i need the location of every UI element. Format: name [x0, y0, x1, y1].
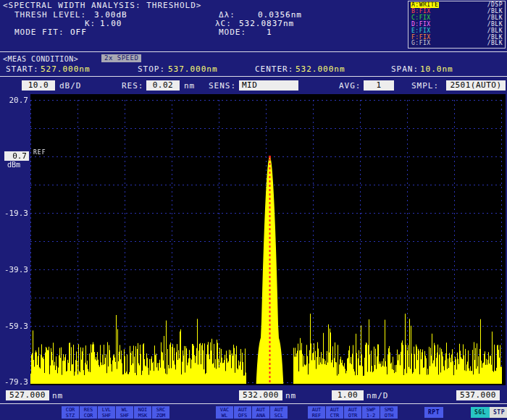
mode-fit-value[interactable]: OFF	[70, 28, 87, 37]
softkey-aut-scl[interactable]: AUTSCL	[270, 406, 288, 419]
y-axis-label: -79.3	[1, 377, 28, 387]
x-center-field[interactable]: 532.000	[239, 390, 282, 400]
res-field[interactable]: 0.02	[146, 80, 180, 91]
avg-field[interactable]: 1	[364, 80, 394, 91]
softkey-src-zom[interactable]: SRCZOM	[152, 406, 169, 419]
spectrum-canvas	[30, 94, 506, 385]
runkey-sgl[interactable]: SGL	[471, 407, 490, 418]
divider-bottom	[0, 403, 507, 404]
level-scale-unit: dB/D	[59, 82, 82, 91]
softkey-cor-stz[interactable]: CORSTZ	[62, 406, 79, 419]
softkey-vac-wl[interactable]: VACWL	[216, 406, 233, 419]
softkey-aut-ana[interactable]: AUTANA	[252, 406, 269, 419]
meas-field-label: STOP:	[138, 65, 165, 74]
smpl-label: SMPL:	[411, 82, 439, 91]
softkey-lvl-shf[interactable]: LVLSHF	[98, 406, 115, 419]
softkey-noi-msk[interactable]: NOIMSK	[134, 406, 151, 419]
res-label: RES:	[122, 82, 144, 91]
trace-name-label: B:FIX	[411, 9, 432, 14]
meas-field-label: CENTER:	[255, 65, 293, 74]
sens-label: SENS:	[209, 82, 236, 91]
meas-field-value[interactable]: 527.000nm	[41, 65, 91, 74]
avg-label: AVG:	[339, 82, 361, 91]
y-axis-label: -39.3	[1, 265, 28, 274]
trace-row-a[interactable]: A:WRITE/DSP	[411, 2, 503, 8]
trace-table: A:WRITE/DSPB:FIX/BLKC:FIX/BLKD:FIX/BLKE:…	[408, 1, 506, 49]
meas-field-label: START:	[6, 65, 39, 74]
ref-tag: REF	[33, 149, 46, 156]
x-scale-unit: nm/D	[366, 392, 389, 400]
trace-row-c[interactable]: C:FIX/BLK	[411, 15, 503, 21]
mode-fit-label: MODE FIT:	[14, 28, 64, 37]
y-axis-label: 0.7	[4, 151, 29, 161]
trace-row-b[interactable]: B:FIX/BLK	[411, 9, 503, 14]
meas-field-label: SPAN:	[391, 65, 419, 74]
x-start-field[interactable]: 527.000	[6, 390, 49, 400]
y-axis-label: -19.3	[1, 209, 28, 218]
meas-condition-label: <MEAS CONDITION>	[3, 55, 78, 63]
meas-field-value[interactable]: 10.0nm	[420, 65, 453, 74]
mode-count-label: MODE:	[219, 28, 246, 37]
x-center-unit: nm	[285, 392, 296, 400]
runkey-stp[interactable]: STP	[490, 407, 507, 418]
trace-row-e[interactable]: E:FIX/BLK	[411, 28, 503, 34]
trace-name-label: D:FIX	[411, 22, 432, 28]
trace-row-d[interactable]: D:FIX/BLK	[411, 22, 503, 28]
y-axis-label: -59.3	[1, 322, 28, 331]
y-axis-unit: dBm	[7, 161, 20, 169]
speed-badge: 2x SPEED	[101, 54, 141, 62]
softkey-aut-ctr[interactable]: AUTCTR	[326, 406, 343, 419]
x-scale-field[interactable]: 1.00	[332, 390, 364, 400]
trace-mode-label: /BLK	[487, 41, 503, 46]
trace-mode-label: /BLK	[487, 22, 503, 28]
x-start-unit: nm	[52, 392, 63, 400]
level-scale-field[interactable]: 10.0	[22, 80, 55, 91]
trace-name-label: E:FIX	[411, 28, 432, 34]
softkey-aut-otr[interactable]: AUTOTR	[344, 406, 361, 419]
x-stop-field[interactable]: 537.000	[456, 390, 500, 400]
divider-meas	[0, 76, 507, 77]
y-axis-label: 20.7	[1, 96, 28, 105]
trace-row-g[interactable]: G:FIX/BLK	[411, 41, 503, 46]
meas-field-value[interactable]: 532.000nm	[296, 65, 345, 74]
mode-count-value: 1	[267, 28, 272, 37]
softkey-aut-ref[interactable]: AUTREF	[308, 406, 325, 419]
trace-name-label: G:FIX	[411, 41, 432, 46]
page-title: <SPECTRAL WIDTH ANALYSIS: THRESHOLD>	[3, 1, 201, 10]
softkey-res-cor[interactable]: RESCOR	[80, 406, 97, 419]
trace-name-label: C:FIX	[411, 15, 432, 21]
trace-mode-label: /BLK	[487, 9, 503, 14]
trace-row-f[interactable]: F:FIX/BLK	[411, 35, 503, 41]
trace-mode-label: /BLK	[487, 35, 503, 41]
trace-name-label: F:FIX	[411, 35, 432, 41]
runkey-rpt[interactable]: RPT	[424, 407, 443, 418]
softkey-wl-shf[interactable]: WLSHF	[116, 406, 133, 419]
divider-top	[0, 51, 507, 52]
res-unit: nm	[184, 82, 195, 91]
softkey-swp-1-2[interactable]: SWP1-2	[362, 406, 380, 419]
meas-field-value[interactable]: 537.000nm	[168, 65, 218, 74]
osa-screen: <SPECTRAL WIDTH ANALYSIS: THRESHOLD> THR…	[0, 0, 507, 420]
thresh-level-label: THRESH LEVEL:	[14, 11, 86, 20]
softkey-aut-ofs[interactable]: AUTOFS	[234, 406, 251, 419]
k-value[interactable]: 1.00	[100, 20, 122, 28]
trace-name-label: A:WRITE	[411, 2, 439, 8]
trace-mode-label: /BLK	[487, 28, 503, 34]
trace-mode-label: /BLK	[487, 15, 503, 21]
sens-field[interactable]: MID	[239, 80, 298, 91]
softkey-smo-oth[interactable]: SMOOTH	[380, 406, 398, 419]
smpl-field[interactable]: 2501(AUTO)	[446, 80, 506, 91]
trace-mode-label: /DSP	[487, 2, 503, 8]
